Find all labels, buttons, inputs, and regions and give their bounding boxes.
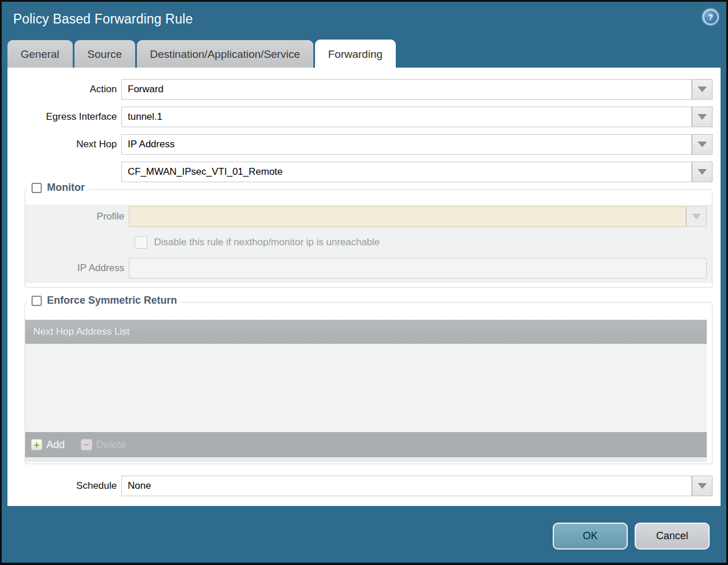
monitor-legend: Monitor [27,182,89,194]
symmetric-return-checkbox[interactable] [32,296,42,306]
ok-button[interactable]: OK [553,523,628,550]
chevron-down-icon [698,169,707,175]
profile-label: Profile [25,211,129,222]
schedule-row: Schedule None [7,476,713,496]
action-select[interactable]: Forward [121,79,692,100]
action-row: Action Forward [7,79,713,100]
dialog-footer: OK Cancel [2,506,726,563]
action-dropdown-button[interactable] [692,79,713,100]
egress-interface-dropdown-button[interactable] [692,107,713,127]
schedule-label: Schedule [7,480,121,492]
monitor-panel: Profile Disable this rule if nexthop/mon… [25,205,712,283]
monitor-ip-row: IP Address [25,258,707,278]
add-button-label: Add [46,439,65,451]
tab-general[interactable]: General [7,40,73,68]
policy-based-forwarding-dialog: Policy Based Forwarding Rule ? General S… [0,0,728,565]
tab-source[interactable]: Source [74,40,135,68]
dialog-titlebar: Policy Based Forwarding Rule ? [2,2,726,40]
chevron-down-icon [698,87,707,92]
next-hop-address-select[interactable]: CF_MWAN_IPsec_VTI_01_Remote [121,162,692,182]
next-hop-dropdown-button[interactable] [692,134,713,155]
cancel-button[interactable]: Cancel [635,523,710,550]
dialog-title: Policy Based Forwarding Rule [13,11,193,27]
symmetric-return-legend: Enforce Symmetric Return [27,295,181,307]
tab-bar: General Source Destination/Application/S… [2,40,726,68]
next-hop-type-select[interactable]: IP Address [121,134,692,155]
egress-interface-label: Egress Interface [7,111,121,123]
action-label: Action [7,84,121,95]
next-hop-address-row: CF_MWAN_IPsec_VTI_01_Remote [7,162,713,182]
help-button[interactable]: ? [702,9,719,25]
next-hop-address-list-header: Next Hop Address List [25,320,707,344]
next-hop-address-dropdown-button[interactable] [692,162,713,182]
disable-rule-label: Disable this rule if nexthop/monitor ip … [154,237,380,248]
monitor-section-label: Monitor [47,182,85,194]
schedule-dropdown-button[interactable] [692,476,713,496]
tab-destination-application-service[interactable]: Destination/Application/Service [137,40,313,68]
profile-row: Profile [25,206,707,227]
forwarding-tab-panel: Action Forward Egress Interface tunnel.1… [7,68,721,507]
monitor-checkbox[interactable] [32,183,42,193]
disable-rule-checkbox [135,236,147,249]
next-hop-address-list-body[interactable] [25,344,707,432]
monitor-ip-label: IP Address [25,262,129,274]
delete-button-label: Delete [96,439,126,451]
egress-interface-select[interactable]: tunnel.1 [121,107,692,127]
minus-icon: − [81,439,92,450]
help-icon: ? [705,11,717,23]
monitor-section: Monitor Profile Disable this rule if nex… [25,189,713,288]
tab-forwarding[interactable]: Forwarding [315,40,396,68]
symmetric-return-section-label: Enforce Symmetric Return [47,295,177,307]
chevron-down-icon [698,142,707,147]
chevron-down-icon [698,114,707,120]
profile-dropdown-button [686,206,707,227]
profile-select [129,206,686,227]
next-hop-label: Next Hop [7,139,121,150]
delete-button: − Delete [81,439,126,451]
symmetric-return-section: Enforce Symmetric Return Next Hop Addres… [25,302,713,464]
next-hop-address-list-toolbar: + Add − Delete [25,432,707,457]
table-scroll-strip [25,457,707,462]
add-button[interactable]: + Add [31,439,65,451]
chevron-down-icon [692,214,701,219]
next-hop-address-table: Next Hop Address List + Add − Delete [25,320,707,457]
chevron-down-icon [698,483,707,489]
monitor-ip-input [129,258,707,278]
next-hop-row: Next Hop IP Address [7,134,713,155]
plus-icon: + [31,439,42,450]
egress-interface-row: Egress Interface tunnel.1 [7,107,713,127]
schedule-select[interactable]: None [121,476,692,496]
disable-rule-row: Disable this rule if nexthop/monitor ip … [135,234,712,251]
